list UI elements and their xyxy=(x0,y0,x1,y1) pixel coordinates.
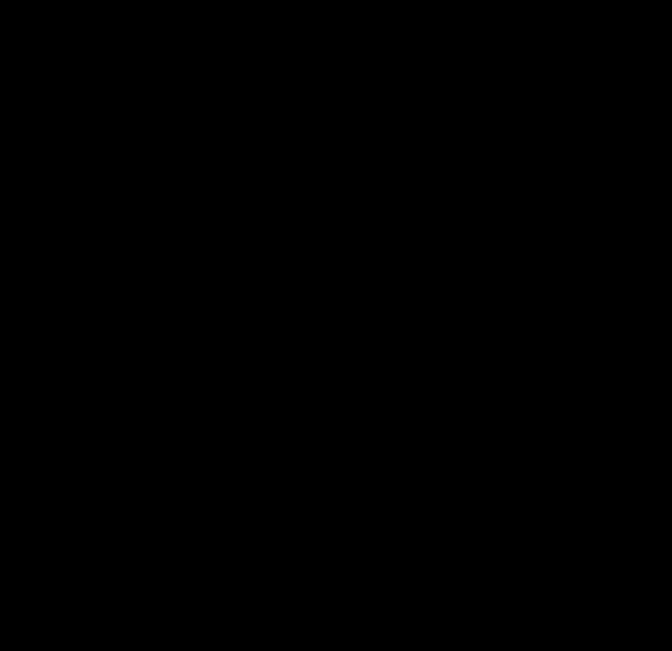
menu-label: Settings xyxy=(168,546,468,562)
menu-item-windows-stacked: Show windows stacked xyxy=(132,327,482,365)
taskbar-task-view-button[interactable] xyxy=(20,587,68,629)
taskbar: 2:30 PM 3/7/2017 xyxy=(20,587,652,629)
taskbar-context-menu: Toolbars Search Show Task View button Sh… xyxy=(131,76,483,578)
menu-item-task-manager[interactable]: Task Manager xyxy=(132,450,482,488)
chevron-right-icon xyxy=(452,141,468,153)
checkmark-icon xyxy=(142,253,168,269)
menu-item-show-task-view[interactable]: Show Task View button xyxy=(132,166,482,204)
menu-item-show-touch-keyboard[interactable]: Show touch keyboard button xyxy=(132,242,482,280)
taskbar-clock[interactable]: 2:30 PM 3/7/2017 xyxy=(539,592,604,623)
taskbar-action-center-button[interactable] xyxy=(604,587,652,629)
checkmark-icon xyxy=(142,508,168,524)
gear-icon xyxy=(142,546,168,562)
menu-item-toolbars[interactable]: Toolbars xyxy=(132,81,482,119)
menu-item-settings[interactable]: Settings xyxy=(132,535,482,573)
svg-point-2 xyxy=(153,552,157,556)
menu-label: Lock the taskbar xyxy=(168,508,468,524)
task-view-icon xyxy=(34,598,54,618)
menu-label: Show Task View button xyxy=(168,177,468,193)
menu-label: Show windows stacked xyxy=(168,338,468,354)
menu-item-cascade-windows: Cascade windows xyxy=(132,289,482,327)
menu-item-lock-taskbar[interactable]: Lock the taskbar xyxy=(132,497,482,535)
menu-separator xyxy=(144,284,470,285)
menu-item-show-desktop[interactable]: Show the desktop xyxy=(132,403,482,441)
taskbar-date: 3/7/2017 xyxy=(545,608,594,624)
menu-label: Show the desktop xyxy=(168,414,468,430)
menu-label: Toolbars xyxy=(168,92,452,108)
menu-label: Search xyxy=(168,139,452,155)
taskbar-time: 2:30 PM xyxy=(545,592,594,608)
menu-item-search[interactable]: Search xyxy=(132,128,482,166)
menu-item-show-ink-workspace[interactable]: Show Windows Ink Workspace button xyxy=(132,204,482,242)
menu-separator xyxy=(144,123,470,124)
menu-item-windows-side-by-side: Show windows side by side xyxy=(132,365,482,403)
menu-label: Show windows side by side xyxy=(168,376,468,392)
chevron-right-icon xyxy=(452,94,468,106)
svg-rect-1 xyxy=(39,605,51,614)
menu-separator xyxy=(144,492,470,493)
menu-label: Cascade windows xyxy=(168,300,468,316)
notifications-icon xyxy=(618,599,638,617)
menu-label: Show Windows Ink Workspace button xyxy=(168,215,468,231)
menu-label: Show touch keyboard button xyxy=(168,253,468,269)
menu-separator xyxy=(144,445,470,446)
menu-label: Task Manager xyxy=(168,461,468,477)
